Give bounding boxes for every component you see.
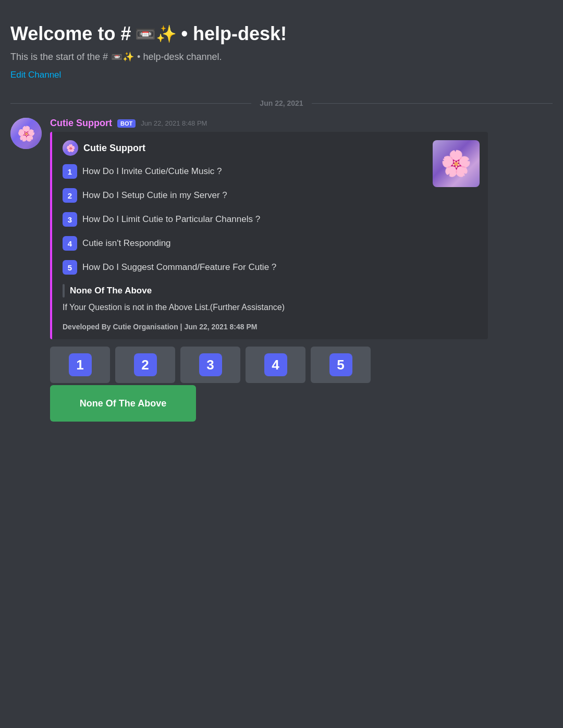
avatar-image [10,118,42,149]
menu-item-1: 1 How Do I Invite Cutie/Cutie Music ? [63,164,478,179]
date-divider: Jun 22, 2021 [10,99,553,107]
message-container: Cutie Support BOT Jun 22, 2021 8:48 PM 🌸… [10,116,553,424]
title-prefix: Welcome to # [10,23,131,45]
none-above-button[interactable]: None Of The Above [50,385,196,422]
button-5-inner: 5 [329,353,352,376]
menu-items-list: 1 How Do I Invite Cutie/Cutie Music ? 2 … [63,164,478,275]
none-above-header: None Of The Above [63,284,478,298]
menu-item-3: 3 How Do I Limit Cutie to Particular Cha… [63,212,478,227]
message-timestamp: Jun 22, 2021 8:48 PM [141,119,207,127]
none-above-button-row: None Of The Above [50,385,553,422]
edit-channel-link[interactable]: Edit Channel [10,70,61,80]
message-header: Cutie Support BOT Jun 22, 2021 8:48 PM [50,118,553,129]
embed-thumbnail: 🌸 [433,140,480,187]
embed-footer: Developed By Cutie Organisation | Jun 22… [63,323,478,331]
button-2-inner: 2 [134,353,157,376]
date-divider-line-left [10,103,251,104]
thumbnail-emoji: 🌸 [440,149,472,178]
embed: 🌸 🌸 Cutie Support 1 How Do I Invite Cuti… [50,132,488,339]
menu-number-3: 3 [63,212,77,227]
button-1[interactable]: 1 [50,347,110,383]
menu-item-text-3: How Do I Limit Cutie to Particular Chann… [82,214,260,225]
menu-item-text-5: How Do I Suggest Command/Feature For Cut… [82,262,276,273]
none-above-desc: If Your Question is not in the Above Lis… [63,303,478,312]
embed-bot-name: Cutie Support [83,143,145,154]
button-5[interactable]: 5 [311,347,371,383]
username: Cutie Support [50,118,112,129]
button-1-inner: 1 [69,353,92,376]
none-above-section: None Of The Above If Your Question is no… [63,284,478,312]
button-4[interactable]: 4 [246,347,305,383]
button-4-inner: 4 [264,353,287,376]
menu-item-2: 2 How Do I Setup Cutie in my Server ? [63,188,478,203]
channel-subtitle: This is the start of the # 📼✨ • help-des… [10,51,553,63]
date-divider-line-right [312,103,553,104]
subtitle-prefix: This is the start of the # [10,52,108,63]
menu-number-4: 4 [63,236,77,251]
page-container: Welcome to # 📼✨ • help-desk! This is the… [0,0,563,439]
date-divider-text: Jun 22, 2021 [260,99,303,107]
embed-header: 🌸 Cutie Support [63,140,478,156]
menu-item-text-4: Cutie isn't Responding [82,238,171,249]
button-3[interactable]: 3 [180,347,240,383]
button-3-inner: 3 [199,353,222,376]
message-content: Cutie Support BOT Jun 22, 2021 8:48 PM 🌸… [50,118,553,422]
menu-item-text-1: How Do I Invite Cutie/Cutie Music ? [82,166,222,177]
embed-bot-icon: 🌸 [63,140,78,156]
cassette-emoji: 📼✨ [135,24,177,44]
menu-number-2: 2 [63,188,77,203]
none-above-embed-title: None Of The Above [70,286,152,296]
menu-item-4: 4 Cutie isn't Responding [63,236,478,251]
menu-item-text-2: How Do I Setup Cutie in my Server ? [82,190,227,201]
title-suffix: • help-desk! [181,23,287,45]
channel-title: Welcome to # 📼✨ • help-desk! [10,23,553,45]
subtitle-cassette-emoji: 📼✨ [111,51,134,63]
button-2[interactable]: 2 [115,347,175,383]
menu-item-5: 5 How Do I Suggest Command/Feature For C… [63,260,478,275]
subtitle-suffix: • help-desk channel. [137,52,222,63]
menu-number-5: 5 [63,260,77,275]
channel-header: Welcome to # 📼✨ • help-desk! This is the… [10,13,553,89]
number-button-row: 1 2 3 4 5 [50,347,553,383]
bot-badge: BOT [117,119,136,128]
avatar [10,118,42,149]
none-above-bar [63,284,65,298]
menu-number-1: 1 [63,164,77,179]
